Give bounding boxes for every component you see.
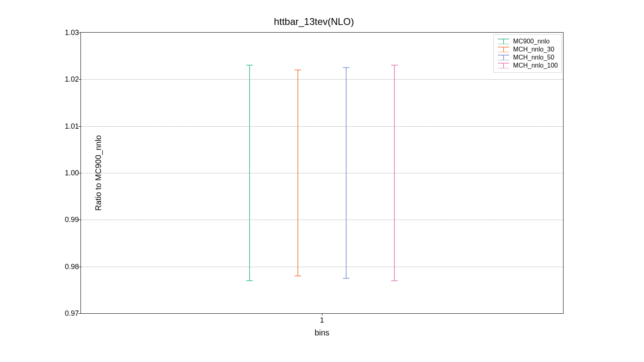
legend-label: MCH_nnlo_30 bbox=[513, 46, 554, 53]
errorbar-mch-nnlo-50 bbox=[346, 68, 347, 278]
y-tick-label: 1.01 bbox=[59, 122, 79, 130]
errorbar-cap-icon bbox=[391, 280, 398, 281]
y-tick-label: 0.99 bbox=[59, 216, 79, 224]
legend-entry: MCH_nnlo_30 bbox=[497, 46, 558, 53]
legend-marker-icon bbox=[497, 63, 510, 68]
x-tick-label: 1 bbox=[320, 316, 324, 325]
gridline bbox=[81, 126, 563, 127]
y-tick-mark bbox=[78, 33, 81, 33]
chart-container: httbar_13tev(NLO) Ratio to MC900_nnlo bi… bbox=[40, 16, 588, 330]
errorbar-mc900-nnlo bbox=[249, 65, 250, 280]
y-tick-label: 0.97 bbox=[59, 309, 79, 318]
errorbar-cap-icon bbox=[295, 276, 301, 276]
y-tick-label: 1.02 bbox=[59, 75, 79, 84]
plot-area: Ratio to MC900_nnlo bins 0.97 0.98 0.99 … bbox=[80, 32, 564, 314]
legend: MC900_nnlo MCH_nnlo_30 MCH_nnlo_50 bbox=[493, 34, 561, 73]
x-axis-label: bins bbox=[81, 328, 563, 337]
legend-marker-icon bbox=[497, 55, 510, 60]
x-tick-mark bbox=[322, 313, 322, 316]
errorbar-cap-icon bbox=[295, 70, 301, 70]
errorbar-cap-icon bbox=[343, 278, 349, 279]
errorbar-cap-icon bbox=[343, 67, 349, 68]
legend-marker-icon bbox=[497, 39, 510, 44]
errorbar-mch-nnlo-100 bbox=[394, 65, 395, 280]
legend-entry: MC900_nnlo bbox=[497, 38, 558, 45]
gridline bbox=[81, 220, 563, 220]
gridline bbox=[81, 267, 563, 267]
y-tick-label: 1.00 bbox=[59, 169, 79, 177]
chart-title: httbar_13tev(NLO) bbox=[40, 16, 588, 27]
errorbar-mch-nnlo-30 bbox=[297, 70, 298, 276]
legend-marker-icon bbox=[497, 47, 510, 52]
y-tick-label: 1.03 bbox=[59, 29, 79, 37]
errorbar-cap-icon bbox=[391, 65, 398, 66]
legend-label: MCH_nnlo_100 bbox=[513, 62, 558, 69]
legend-label: MC900_nnlo bbox=[513, 38, 550, 45]
errorbar-cap-icon bbox=[246, 280, 253, 281]
errorbar-cap-icon bbox=[246, 65, 253, 66]
legend-label: MCH_nnlo_50 bbox=[513, 54, 554, 61]
gridline bbox=[81, 79, 563, 80]
y-tick-mark bbox=[78, 313, 81, 314]
legend-entry: MCH_nnlo_100 bbox=[497, 62, 558, 69]
gridline bbox=[81, 173, 563, 173]
y-tick-label: 0.98 bbox=[59, 262, 79, 271]
legend-entry: MCH_nnlo_50 bbox=[497, 54, 558, 61]
